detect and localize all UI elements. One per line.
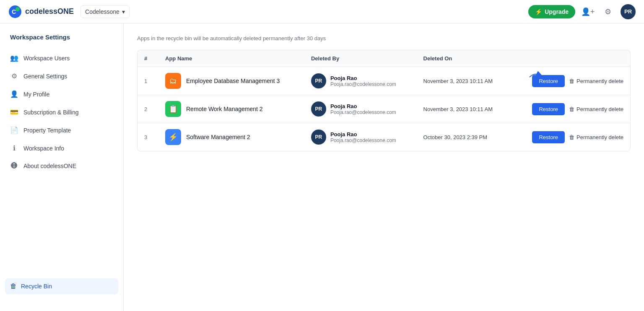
sidebar-item-label: General Settings — [23, 73, 67, 80]
settings-button[interactable]: ⚙ — [600, 4, 615, 19]
table-row: 1 🗂 Employee Database Management 3 PR Po… — [138, 67, 630, 95]
sidebar-item-label: Subscription & Billing — [23, 109, 79, 116]
restore-button[interactable]: Restore — [532, 75, 565, 87]
row-number: 2 — [144, 106, 147, 112]
sidebar-item-about[interactable]: 🅘 About codelessONE — [0, 157, 123, 175]
col-deleted-on: Deleted On — [417, 50, 511, 67]
profile-icon: 👤 — [10, 90, 18, 98]
header-right: ⚡ Upgrade 👤+ ⚙ PR — [528, 4, 636, 19]
settings-icon: ⚙ — [10, 72, 18, 80]
users-icon: 👥 — [10, 54, 18, 62]
table-row: 3 ⚡ Software Management 2 PR Pooja Rao P… — [138, 123, 630, 151]
sidebar-bottom: 🗑 Recycle Bin — [0, 272, 123, 301]
user-cell: PR Pooja Rao Pooja.rao@codelessone.com — [311, 130, 410, 145]
sidebar-item-my-profile[interactable]: 👤 My Profile — [0, 85, 123, 103]
recycle-bin-label: Recycle Bin — [21, 283, 52, 290]
app-cell: 📋 Remote Work Management 2 — [165, 101, 298, 117]
app-cell: 🗂 Employee Database Management 3 — [165, 73, 298, 89]
sidebar-item-label: Property Template — [23, 127, 71, 134]
workspace-name: Codelessone — [85, 8, 119, 15]
actions-cell: Restore 🗑 Permanently delete — [518, 103, 623, 115]
layout: Workspace Settings 👥 Workspace Users ⚙ G… — [0, 23, 644, 311]
user-email: Pooja.rao@codelessone.com — [330, 81, 396, 87]
user-avatar: PR — [311, 130, 326, 145]
user-avatar: PR — [311, 101, 326, 117]
table-row: 2 📋 Remote Work Management 2 PR Pooja Ra… — [138, 95, 630, 123]
trash-icon: 🗑 — [569, 134, 574, 140]
lightning-icon: ⚡ — [535, 8, 542, 15]
col-number: # — [138, 50, 158, 67]
row-number: 3 — [144, 134, 147, 140]
recycle-bin-icon: 🗑 — [10, 282, 17, 290]
user-cell: PR Pooja Rao Pooja.rao@codelessone.com — [311, 101, 410, 117]
recycle-bin-notice: Apps in the recycle bin will be automati… — [137, 35, 631, 41]
header-left: C codelessONE Codelessone ▾ — [8, 5, 130, 18]
sidebar-nav: 👥 Workspace Users ⚙ General Settings 👤 M… — [0, 49, 123, 272]
sidebar-item-label: About codelessONE — [23, 163, 76, 169]
info-icon: ℹ — [10, 144, 18, 152]
deleted-on-date: November 3, 2023 10:11 AM — [423, 78, 493, 84]
user-cell: PR Pooja Rao Pooja.rao@codelessone.com — [311, 73, 410, 88]
col-actions — [511, 50, 630, 67]
user-email: Pooja.rao@codelessone.com — [330, 137, 396, 143]
about-icon: 🅘 — [10, 162, 18, 170]
header: C codelessONE Codelessone ▾ ⚡ Upgrade 👤+… — [0, 0, 644, 23]
sidebar-item-subscription-billing[interactable]: 💳 Subscription & Billing — [0, 103, 123, 121]
table-header-row: # App Name Deleted By Deleted On — [138, 50, 630, 67]
actions-cell: Restore 🗑 Permanently delete — [518, 131, 623, 143]
add-user-button[interactable]: 👤+ — [580, 4, 595, 19]
logo: C codelessONE — [8, 5, 74, 18]
sidebar-item-label: Workspace Users — [23, 55, 70, 62]
restore-button[interactable]: Restore — [532, 103, 565, 115]
col-app-name: App Name — [158, 50, 304, 67]
avatar-initials: PR — [624, 8, 632, 15]
permanently-delete-button[interactable]: 🗑 Permanently delete — [569, 78, 623, 84]
sidebar-item-general-settings[interactable]: ⚙ General Settings — [0, 67, 123, 85]
user-name: Pooja Rao — [330, 75, 396, 81]
user-name: Pooja Rao — [330, 131, 396, 137]
deleted-on-date: November 3, 2023 10:11 AM — [423, 106, 493, 112]
upgrade-label: Upgrade — [545, 8, 569, 15]
user-email: Pooja.rao@codelessone.com — [330, 109, 396, 115]
permanently-delete-button[interactable]: 🗑 Permanently delete — [569, 134, 623, 140]
col-deleted-by: Deleted By — [304, 50, 417, 67]
workspace-selector[interactable]: Codelessone ▾ — [80, 5, 130, 18]
gear-icon: ⚙ — [605, 7, 611, 16]
app-icon: 🗂 — [165, 73, 181, 89]
sidebar-item-label: Workspace Info — [23, 145, 64, 152]
permanently-delete-button[interactable]: 🗑 Permanently delete — [569, 106, 623, 112]
logo-icon: C — [8, 5, 22, 18]
sidebar-item-recycle-bin[interactable]: 🗑 Recycle Bin — [5, 278, 118, 294]
trash-icon: 🗑 — [569, 78, 574, 84]
sidebar-title: Workspace Settings — [0, 34, 123, 49]
user-name: Pooja Rao — [330, 103, 396, 109]
svg-text:C: C — [12, 8, 16, 15]
sidebar: Workspace Settings 👥 Workspace Users ⚙ G… — [0, 23, 124, 311]
template-icon: 📄 — [10, 126, 18, 134]
deleted-on-date: October 30, 2023 2:39 PM — [423, 134, 487, 140]
app-name: Employee Database Management 3 — [186, 78, 280, 84]
app-icon: ⚡ — [165, 129, 181, 145]
restore-button[interactable]: Restore — [532, 131, 565, 143]
app-cell: ⚡ Software Management 2 — [165, 129, 298, 145]
sidebar-item-property-template[interactable]: 📄 Property Template — [0, 121, 123, 139]
sidebar-item-label: My Profile — [23, 91, 49, 98]
actions-cell: Restore 🗑 Permanently delete — [518, 75, 623, 87]
trash-icon: 🗑 — [569, 106, 574, 112]
main-content: Apps in the recycle bin will be automati… — [124, 23, 644, 311]
upgrade-button[interactable]: ⚡ Upgrade — [528, 5, 575, 18]
app-name: Software Management 2 — [186, 134, 250, 140]
billing-icon: 💳 — [10, 108, 18, 116]
row-number: 1 — [144, 78, 147, 84]
chevron-down-icon: ▾ — [122, 8, 125, 15]
user-avatar-button[interactable]: PR — [621, 4, 636, 19]
logo-text: codelessONE — [25, 7, 74, 16]
sidebar-item-workspace-info[interactable]: ℹ Workspace Info — [0, 139, 123, 157]
user-avatar: PR — [311, 73, 326, 88]
app-icon: 📋 — [165, 101, 181, 117]
add-user-icon: 👤+ — [581, 7, 595, 16]
app-name: Remote Work Management 2 — [186, 106, 263, 112]
svg-point-2 — [16, 7, 20, 11]
recycle-bin-table: # App Name Deleted By Deleted On 1 🗂 Emp… — [137, 50, 631, 151]
sidebar-item-workspace-users[interactable]: 👥 Workspace Users — [0, 49, 123, 67]
